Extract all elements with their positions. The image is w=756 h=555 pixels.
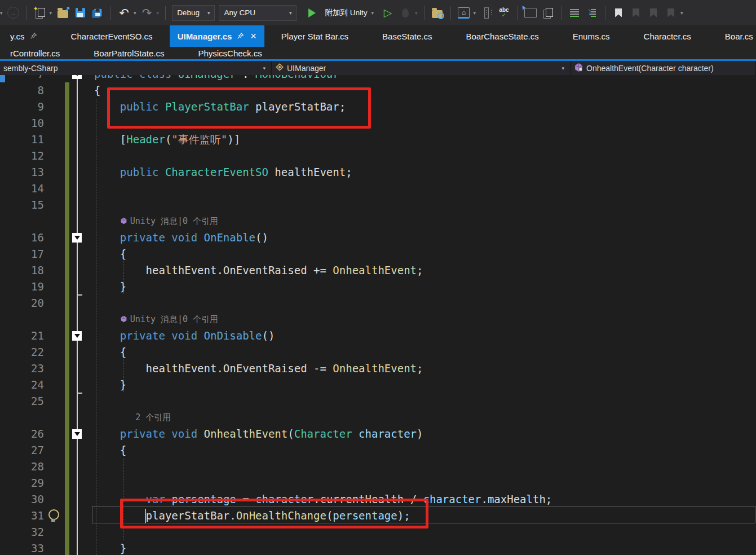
project-dropdown[interactable]: sembly-CSharp ▾: [0, 61, 272, 75]
toggle-bookmark-icon[interactable]: [612, 6, 625, 20]
code-line-17[interactable]: 17{: [0, 246, 756, 262]
tab-charactereventso.cs[interactable]: CharacterEventSO.cs: [54, 25, 170, 47]
bookmark-caret[interactable]: ▾: [680, 10, 683, 16]
tab-player-stat-bar.cs[interactable]: Player Stat Bar.cs: [264, 25, 365, 47]
format-document-icon[interactable]: ⤵: [585, 6, 599, 20]
code-line-23[interactable]: 23healthEvent.OnEventRaised -= OnhealthE…: [0, 360, 756, 377]
fold-collapse-marker[interactable]: [72, 429, 82, 439]
code-line-29[interactable]: 29: [0, 475, 756, 491]
fold-collapse-marker[interactable]: [72, 331, 82, 341]
tab-label: BoarPatrolState.cs: [94, 49, 164, 58]
code-line-19[interactable]: 19}: [0, 279, 756, 295]
save-all-icon[interactable]: [91, 6, 104, 20]
codelens-row[interactable]: Unity 消息|0 个引用: [0, 213, 756, 230]
undo-caret[interactable]: ▾: [134, 10, 136, 16]
code-line-12[interactable]: 12: [0, 148, 756, 164]
outlining-line: [77, 75, 78, 555]
code-line-24[interactable]: 24}: [0, 377, 756, 393]
codelens-row[interactable]: 2 个引用: [0, 409, 756, 426]
tab-character.cs[interactable]: Character.cs: [627, 25, 708, 47]
codelens-label[interactable]: Unity 消息|0 个引用: [130, 314, 218, 324]
line-number: 21: [0, 328, 44, 344]
toolbar-separator: [517, 6, 518, 20]
code-line-13[interactable]: 13public CharacterEventSO healthEvent;: [0, 164, 756, 180]
code-line-22[interactable]: 22{: [0, 344, 756, 360]
redo-icon[interactable]: ↷: [140, 6, 154, 20]
clear-bookmarks-icon[interactable]: [664, 6, 678, 20]
code-line-7[interactable]: 7public class UIManager : MonoBehaviour: [0, 75, 756, 82]
paste-document-icon[interactable]: [541, 6, 555, 20]
pointer-keyboard-icon[interactable]: [524, 6, 537, 20]
tab-boarchasestate.cs[interactable]: BoarChaseState.cs: [449, 25, 555, 47]
code-line-26[interactable]: 26private void OnhealthEvent(Character c…: [0, 426, 756, 442]
attach-caret[interactable]: ▾: [371, 10, 374, 16]
code-line-18[interactable]: 18healthEvent.OnEventRaised += OnhealthE…: [0, 262, 756, 279]
dots-grid-icon: [480, 6, 493, 20]
lightbulb-icon[interactable]: [48, 509, 59, 520]
code-line-20[interactable]: 20: [0, 295, 756, 311]
chevron-down-icon: ▾: [562, 65, 567, 71]
tab-row-2: rController.csBoarPatrolState.csPhysicsC…: [0, 47, 756, 59]
fold-collapse-marker[interactable]: [72, 233, 82, 243]
redo-caret[interactable]: ▾: [157, 10, 160, 16]
member-dropdown[interactable]: OnhealthEvent(Character character): [571, 61, 756, 75]
tab-physicscheck.cs[interactable]: PhysicsCheck.cs: [181, 47, 278, 59]
solution-explorer-icon[interactable]: ⌂: [457, 6, 471, 20]
save-icon[interactable]: [73, 6, 87, 20]
hot-reload-icon[interactable]: [399, 6, 412, 20]
start-debug-icon[interactable]: [305, 6, 319, 20]
tab-uimanager.cs[interactable]: UIManager.cs×: [170, 25, 264, 47]
tab-rcontroller.cs[interactable]: rController.cs: [0, 47, 77, 59]
pin-icon[interactable]: [237, 32, 244, 41]
next-bookmark-icon[interactable]: [647, 6, 660, 20]
code-editor[interactable]: 7public class UIManager : MonoBehaviour8…: [0, 75, 756, 555]
tab-boar.cs[interactable]: Boar.cs: [708, 25, 756, 47]
navigate-forward-icon[interactable]: →: [7, 6, 20, 20]
tab-label: Boar.cs: [725, 32, 753, 41]
code-line-28[interactable]: 28: [0, 459, 756, 475]
code-line-15[interactable]: 15: [0, 197, 756, 213]
code-line-25[interactable]: 25: [0, 393, 756, 409]
tab-boarpatrolstate.cs[interactable]: BoarPatrolState.cs: [77, 47, 181, 59]
code-line-14[interactable]: 14: [0, 180, 756, 197]
hot-reload-caret[interactable]: ▾: [415, 10, 418, 16]
code-line-11[interactable]: 11[Header("事件监听")]: [0, 131, 756, 148]
line-number: 15: [0, 197, 44, 213]
codelens-row[interactable]: Unity 消息|0 个引用: [0, 311, 756, 328]
tab-basestate.cs[interactable]: BaseState.cs: [365, 25, 449, 47]
code-line-33[interactable]: 33}: [0, 540, 756, 555]
line-number: 16: [0, 230, 44, 246]
close-icon[interactable]: ×: [250, 30, 257, 42]
code-line-27[interactable]: 27{: [0, 442, 756, 459]
codelens-label[interactable]: Unity 消息|0 个引用: [130, 216, 218, 226]
new-item-caret[interactable]: ▾: [50, 10, 52, 16]
tab-y.cs[interactable]: y.cs: [0, 25, 54, 47]
code-line-16[interactable]: 16private void OnEnable(): [0, 230, 756, 246]
code-text: healthEvent.OnEventRaised -= OnhealthEve…: [146, 360, 423, 377]
code-line-21[interactable]: 21private void OnDisable(): [0, 328, 756, 344]
configuration-dropdown[interactable]: Debug ▾: [172, 5, 215, 21]
platform-dropdown[interactable]: Any CPU ▾: [219, 5, 297, 21]
tab-enums.cs[interactable]: Enums.cs: [556, 25, 627, 47]
open-file-icon[interactable]: ↗: [56, 6, 69, 20]
navigation-bar: sembly-CSharp ▾ UIManager ▾ OnhealthEven…: [0, 61, 756, 75]
start-without-debug-icon[interactable]: ▷: [381, 6, 395, 20]
toolbar-overflow-caret[interactable]: ▾: [0, 10, 3, 16]
codelens-label[interactable]: 2 个引用: [135, 412, 171, 422]
line-number: 19: [0, 279, 44, 295]
unity-cube-icon: [120, 312, 127, 328]
tab-label: UIManager.cs: [178, 32, 232, 41]
visual-studio-window: ▾ → ✦ ▾ ↗ ↶ ▾ ↷ ▾ Debug ▾ Any CPU ▾ 附加到 …: [0, 0, 756, 555]
previous-bookmark-icon[interactable]: [629, 6, 643, 20]
undo-icon[interactable]: ↶: [117, 6, 131, 20]
indent-lines-icon[interactable]: [568, 6, 581, 20]
type-dropdown[interactable]: UIManager ▾: [272, 61, 571, 75]
pin-icon[interactable]: [30, 32, 37, 41]
find-in-files-icon[interactable]: [431, 6, 444, 20]
new-item-icon[interactable]: ✦: [33, 6, 47, 20]
solution-explorer-caret[interactable]: ▾: [474, 10, 476, 16]
toolbar: ▾ → ✦ ▾ ↗ ↶ ▾ ↷ ▾ Debug ▾ Any CPU ▾ 附加到 …: [0, 0, 756, 25]
spell-check-icon[interactable]: abc✓: [497, 6, 511, 20]
fold-collapse-marker[interactable]: [72, 75, 82, 79]
attach-to-unity-label[interactable]: 附加到 Unity: [325, 8, 367, 18]
